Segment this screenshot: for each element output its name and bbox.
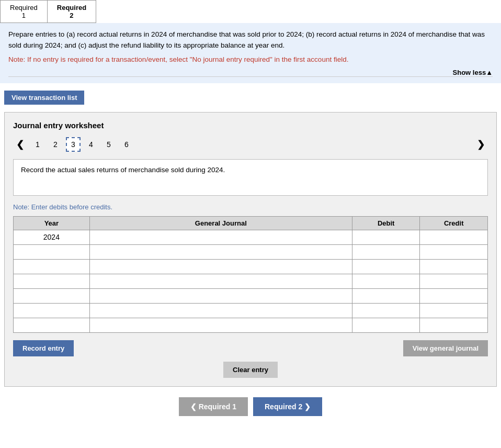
credit-cell[interactable]	[420, 244, 488, 259]
credit-input[interactable]	[423, 233, 484, 241]
debit-cell[interactable]	[352, 244, 420, 259]
debit-cell[interactable]	[352, 274, 420, 288]
table-row	[14, 244, 488, 259]
journal-cell[interactable]	[89, 244, 352, 259]
table-row: 2024	[14, 230, 488, 244]
tab-required-1[interactable]: Required 1	[1, 1, 48, 23]
debit-input[interactable]	[356, 307, 417, 315]
description-box: Prepare entries to (a) record actual ret…	[0, 23, 501, 83]
description-main-text: Prepare entries to (a) record actual ret…	[8, 30, 485, 49]
journal-cell[interactable]	[89, 318, 352, 332]
debit-input[interactable]	[356, 248, 417, 256]
year-cell	[14, 244, 90, 259]
credit-input[interactable]	[423, 248, 484, 256]
col-header-credit: Credit	[420, 216, 488, 230]
credit-input[interactable]	[423, 277, 484, 285]
page-num-1[interactable]: 1	[30, 137, 45, 152]
credit-cell[interactable]	[420, 318, 488, 332]
table-row	[14, 274, 488, 288]
bottom-navigation: ❮ Required 1 Required 2 ❯	[0, 397, 501, 416]
year-cell	[14, 259, 90, 274]
journal-input[interactable]	[93, 277, 349, 285]
debit-cell[interactable]	[352, 303, 420, 318]
clear-entry-button[interactable]: Clear entry	[223, 362, 278, 378]
debit-cell[interactable]	[352, 318, 420, 332]
worksheet-title: Journal entry worksheet	[13, 121, 488, 130]
table-row	[14, 288, 488, 303]
journal-cell[interactable]	[89, 274, 352, 288]
year-cell	[14, 288, 90, 303]
journal-cell[interactable]	[89, 288, 352, 303]
debit-cell[interactable]	[352, 259, 420, 274]
year-cell	[14, 303, 90, 318]
journal-input[interactable]	[93, 233, 349, 241]
debit-input[interactable]	[356, 263, 417, 271]
credit-input[interactable]	[423, 321, 484, 329]
pagination-row: ❮ 1 2 3 4 5 6 ❯	[13, 137, 488, 152]
page-num-6[interactable]: 6	[119, 137, 134, 152]
journal-input[interactable]	[93, 248, 349, 256]
credit-input[interactable]	[423, 263, 484, 271]
year-cell: 2024	[14, 230, 90, 244]
page-num-3[interactable]: 3	[66, 137, 81, 152]
debit-input[interactable]	[356, 277, 417, 285]
debit-cell[interactable]	[352, 230, 420, 244]
prev-required-button[interactable]: ❮ Required 1	[179, 397, 248, 416]
view-general-journal-button[interactable]: View general journal	[403, 340, 488, 356]
tab-2-label: Required	[57, 4, 86, 12]
credit-cell[interactable]	[420, 230, 488, 244]
credit-input[interactable]	[423, 307, 484, 315]
journal-input[interactable]	[93, 307, 349, 315]
debit-input[interactable]	[356, 292, 417, 300]
debit-input[interactable]	[356, 233, 417, 241]
credit-cell[interactable]	[420, 274, 488, 288]
credit-cell[interactable]	[420, 259, 488, 274]
debit-note: Note: Enter debits before credits.	[13, 203, 488, 211]
worksheet-container: Journal entry worksheet ❮ 1 2 3 4 5 6 ❯ …	[4, 112, 497, 387]
tab-required-2[interactable]: Required 2	[48, 1, 96, 23]
page-num-5[interactable]: 5	[101, 137, 116, 152]
page-num-4[interactable]: 4	[84, 137, 98, 152]
journal-table: Year General Journal Debit Credit 2024	[13, 216, 488, 333]
entry-description: Record the actual sales returns of merch…	[13, 159, 488, 196]
show-less-button[interactable]: Show less▲	[453, 69, 493, 76]
debit-cell[interactable]	[352, 288, 420, 303]
record-entry-button[interactable]: Record entry	[13, 340, 74, 356]
view-transaction-button[interactable]: View transaction list	[4, 91, 84, 105]
table-row	[14, 259, 488, 274]
credit-cell[interactable]	[420, 288, 488, 303]
credit-input[interactable]	[423, 292, 484, 300]
journal-input[interactable]	[93, 263, 349, 271]
col-header-journal: General Journal	[89, 216, 352, 230]
table-row	[14, 303, 488, 318]
credit-cell[interactable]	[420, 303, 488, 318]
debit-input[interactable]	[356, 321, 417, 329]
tab-1-number: 1	[10, 12, 38, 19]
journal-cell[interactable]	[89, 303, 352, 318]
pagination-prev[interactable]: ❮	[13, 138, 27, 151]
table-row	[14, 318, 488, 332]
col-header-year: Year	[14, 216, 90, 230]
journal-input[interactable]	[93, 292, 349, 300]
clear-entry-wrapper: Clear entry	[13, 362, 488, 378]
tab-1-label: Required	[10, 4, 38, 12]
pagination-next[interactable]: ❯	[474, 138, 488, 151]
page-num-2[interactable]: 2	[48, 137, 63, 152]
action-buttons-row: Record entry View general journal	[13, 340, 488, 356]
journal-cell[interactable]	[89, 259, 352, 274]
tab-2-number: 2	[57, 12, 86, 19]
year-cell	[14, 318, 90, 332]
col-header-debit: Debit	[352, 216, 420, 230]
year-cell	[14, 274, 90, 288]
next-required-button[interactable]: Required 2 ❯	[253, 397, 322, 416]
journal-cell[interactable]	[89, 230, 352, 244]
description-note: Note: If no entry is required for a tran…	[8, 54, 493, 65]
journal-input[interactable]	[93, 321, 349, 329]
